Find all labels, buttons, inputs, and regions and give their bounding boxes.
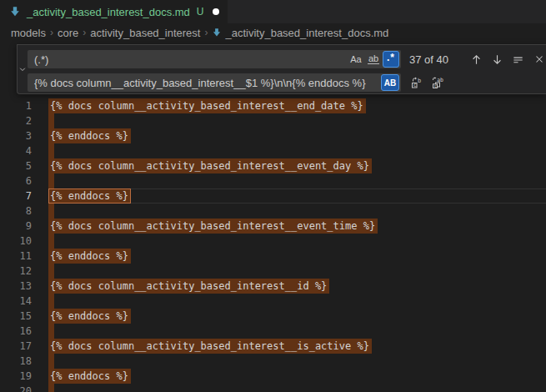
line-number: 18 (0, 354, 32, 369)
empty-line-match-highlight (48, 204, 54, 219)
code-line[interactable]: 12 (0, 264, 546, 279)
unsaved-changes-dot[interactable] (213, 8, 219, 15)
empty-line-match-highlight (48, 384, 54, 392)
find-match-highlight: {% docs column__activity_based_interest_… (48, 98, 366, 113)
line-number: 14 (0, 294, 32, 309)
empty-line-match-highlight (48, 173, 54, 188)
line-number: 15 (0, 309, 32, 324)
chevron-down-icon (18, 65, 27, 73)
replace-all-button[interactable]: ab c (428, 74, 446, 92)
selection-lines-icon (512, 53, 524, 66)
code-line[interactable]: 20 (0, 384, 546, 392)
code-line[interactable]: 1{% docs column__activity_based_interest… (0, 98, 546, 113)
empty-line-match-highlight (48, 294, 54, 309)
empty-line-match-highlight (48, 354, 54, 369)
toggle-replace-button[interactable] (18, 45, 28, 93)
regex-toggle[interactable]: .* (383, 51, 399, 68)
find-replace-widget: Aa ab .* 37 of 40 (17, 44, 546, 94)
markdown-file-icon (212, 28, 222, 38)
line-number: 20 (0, 384, 32, 392)
code-line[interactable]: 17{% docs column__activity_based_interes… (0, 339, 546, 354)
code-line[interactable]: 3{% enddocs %} (0, 128, 546, 143)
code-line[interactable]: 9{% docs column__activity_based_interest… (0, 219, 546, 234)
svg-text:c: c (433, 83, 437, 88)
line-number: 4 (0, 143, 32, 158)
line-number: 19 (0, 369, 32, 384)
next-match-button[interactable] (488, 51, 506, 68)
code-lines: 1{% docs column__activity_based_interest… (0, 98, 546, 392)
close-find-widget-button[interactable] (530, 51, 546, 68)
tab-filename: _activity_based_interest_docs.md (27, 6, 190, 18)
current-find-match: {% enddocs %} (48, 188, 131, 204)
breadcrumb-item-models[interactable]: models (11, 27, 46, 39)
code-line[interactable]: 16 (0, 324, 546, 339)
line-content: {% docs column__activity_based_interest_… (50, 98, 363, 113)
line-number: 17 (0, 339, 32, 354)
code-line[interactable]: 2 (0, 113, 546, 128)
code-line[interactable]: 6 (0, 173, 546, 188)
svg-text:b: b (418, 78, 421, 84)
code-line[interactable]: 13{% docs column__activity_based_interes… (0, 279, 546, 294)
replace-all-icon: ab c (431, 76, 444, 89)
line-content (50, 294, 54, 309)
find-in-selection-button[interactable] (509, 51, 527, 68)
line-content (50, 384, 54, 392)
code-line[interactable]: 4 (0, 143, 546, 158)
line-number: 8 (0, 204, 32, 219)
breadcrumb-item-activity-based-interest[interactable]: activity_based_interest (90, 27, 200, 39)
close-icon (533, 53, 545, 65)
empty-line-match-highlight (48, 264, 54, 279)
replace-button[interactable]: b c (408, 74, 425, 92)
find-match-highlight: {% docs column__activity_based_interest_… (48, 219, 378, 234)
code-line[interactable]: 7{% enddocs %} (0, 188, 546, 204)
breadcrumb-item-file[interactable]: _activity_based_interest_docs.md (212, 27, 388, 39)
breadcrumb: models › core › activity_based_interest … (0, 23, 546, 42)
line-number: 10 (0, 234, 32, 249)
code-line[interactable]: 8 (0, 204, 546, 219)
svg-text:ab: ab (437, 77, 443, 83)
code-line[interactable]: 11{% enddocs %} (0, 249, 546, 264)
tab-active-file[interactable]: _activity_based_interest_docs.md U (0, 0, 228, 23)
find-match-highlight: {% enddocs %} (48, 249, 131, 264)
code-line[interactable]: 10 (0, 234, 546, 249)
line-content (50, 234, 54, 249)
empty-line-match-highlight (48, 143, 54, 158)
markdown-file-icon (8, 5, 22, 18)
whole-word-toggle[interactable]: ab (365, 51, 382, 68)
breadcrumb-item-core[interactable]: core (58, 27, 78, 39)
breadcrumb-file-label: _activity_based_interest_docs.md (225, 27, 388, 39)
replace-input[interactable] (28, 73, 381, 92)
line-content: {% enddocs %} (50, 249, 128, 264)
line-content: {% docs column__activity_based_interest_… (50, 219, 375, 234)
line-content: {% enddocs %} (50, 309, 128, 324)
line-number: 16 (0, 324, 32, 339)
line-content (50, 324, 54, 339)
line-content (50, 204, 54, 219)
line-number: 12 (0, 264, 32, 279)
line-number: 5 (0, 158, 32, 173)
code-line[interactable]: 18 (0, 354, 546, 369)
code-line[interactable]: 19{% enddocs %} (0, 369, 546, 384)
find-input[interactable] (28, 50, 348, 68)
preserve-case-toggle[interactable]: AB (381, 74, 399, 91)
line-content: {% enddocs %} (50, 369, 128, 384)
line-content: {% docs column__activity_based_interest_… (50, 279, 327, 294)
previous-match-button[interactable] (468, 51, 485, 68)
line-number: 2 (0, 113, 32, 128)
match-case-toggle[interactable]: Aa (348, 51, 364, 68)
replace-icon: b c (410, 76, 423, 89)
breadcrumb-separator: › (78, 27, 90, 38)
svg-text:c: c (413, 82, 416, 88)
code-line[interactable]: 5{% docs column__activity_based_interest… (0, 158, 546, 173)
editor-pane[interactable]: 1{% docs column__activity_based_interest… (0, 42, 546, 392)
code-line[interactable]: 14 (0, 294, 546, 309)
arrow-up-icon (470, 53, 483, 66)
empty-line-match-highlight (48, 324, 54, 339)
code-line[interactable]: 15{% enddocs %} (0, 309, 546, 324)
line-content (50, 264, 54, 279)
line-number: 13 (0, 279, 32, 294)
find-match-highlight: {% enddocs %} (48, 369, 131, 384)
tab-bar: _activity_based_interest_docs.md U (0, 0, 546, 23)
line-content (50, 143, 54, 158)
breadcrumb-separator: › (200, 27, 212, 38)
